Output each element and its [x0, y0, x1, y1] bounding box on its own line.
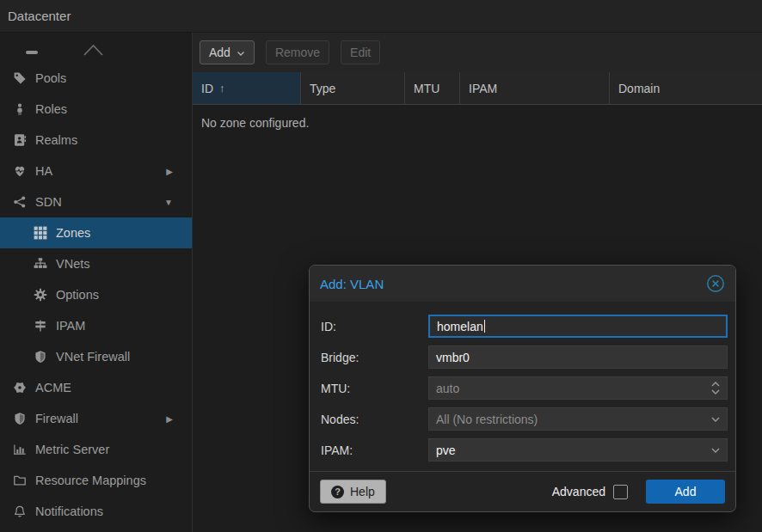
id-input[interactable]: homelan	[428, 315, 728, 338]
shield-icon	[12, 412, 27, 426]
shield-icon	[33, 350, 47, 364]
address-book-icon	[12, 133, 27, 148]
nodes-select-value: All (No restrictions)	[436, 413, 538, 426]
edit-button[interactable]: Edit	[341, 40, 380, 64]
sidebar-item-label: Resource Mappings	[35, 474, 146, 487]
column-header-type[interactable]: Type	[301, 72, 405, 104]
sidebar-item-realms[interactable]: Realms	[0, 125, 192, 156]
chevron-right-icon[interactable]: ▶	[166, 414, 173, 424]
column-header-id[interactable]: ID ↑	[193, 72, 301, 104]
tag-icon	[12, 71, 27, 86]
sidebar-item-vnet-firewall[interactable]: VNet Firewall	[0, 341, 192, 372]
sidebar-item-label: HA	[35, 164, 52, 178]
chevron-down-icon	[237, 51, 245, 57]
signpost-icon	[33, 319, 47, 333]
field-row-bridge: Bridge: vmbr0	[321, 345, 728, 369]
help-button-label: Help	[350, 485, 375, 498]
bridge-input[interactable]: vmbr0	[428, 345, 728, 369]
heartbeat-icon	[12, 164, 27, 179]
grid-icon	[33, 226, 47, 241]
user-icon	[12, 102, 27, 117]
sidebar-item-acme[interactable]: ACME	[0, 372, 192, 403]
sidebar-item-zones[interactable]: Zones	[0, 217, 192, 248]
sidebar-item-resource-mappings[interactable]: Resource Mappings	[0, 465, 192, 496]
sidebar-item-vnets[interactable]: VNets	[0, 248, 192, 279]
field-row-id: ID: homelan	[321, 315, 728, 338]
mtu-field-label: MTU:	[321, 382, 428, 395]
chevron-down-icon[interactable]	[710, 439, 721, 461]
certificate-icon	[12, 381, 27, 395]
column-header-mtu[interactable]: MTU	[405, 72, 460, 104]
bridge-field-label: Bridge:	[321, 351, 428, 364]
dialog-add-button[interactable]: Add	[646, 480, 725, 504]
bridge-input-value: vmbr0	[436, 351, 470, 364]
sidebar-item-label: Roles	[35, 102, 67, 116]
column-header-domain[interactable]: Domain	[610, 72, 762, 104]
sidebar-item-roles[interactable]: Roles	[0, 94, 192, 125]
advanced-label: Advanced	[552, 485, 605, 498]
sidebar-item-metric-server[interactable]: Metric Server	[0, 434, 192, 465]
sidebar-item-label: Firewall	[35, 412, 78, 425]
sidebar-item-firewall[interactable]: Firewall ▶	[0, 403, 192, 434]
sidebar-item-ipam[interactable]: IPAM	[0, 310, 192, 341]
sidebar-item-sdn[interactable]: SDN ▼	[0, 187, 192, 217]
toolbar: Add Remove Edit	[193, 33, 762, 72]
remove-button-label: Remove	[275, 46, 320, 59]
sidebar-item-notifications[interactable]: Notifications	[0, 496, 192, 527]
sitemap-icon	[33, 257, 47, 272]
edit-button-label: Edit	[350, 46, 371, 59]
chevron-right-icon[interactable]: ▶	[166, 167, 173, 176]
sidebar-item-label: ACME	[35, 381, 71, 394]
text-cursor	[484, 320, 485, 333]
ipam-select[interactable]: pve	[428, 438, 728, 462]
add-button[interactable]: Add	[200, 40, 255, 64]
field-row-mtu: MTU: auto	[321, 376, 728, 400]
dialog-header[interactable]: Add: VLAN	[310, 266, 735, 302]
chevron-down-icon[interactable]: ▼	[164, 198, 173, 207]
sidebar-item-label: Pools	[35, 71, 66, 85]
bell-icon	[12, 504, 27, 519]
network-nodes-icon	[12, 195, 27, 210]
close-icon[interactable]	[706, 274, 725, 293]
field-row-ipam: IPAM: pve	[321, 438, 728, 462]
help-icon: ?	[331, 486, 344, 498]
bar-chart-icon	[12, 443, 27, 457]
remove-button[interactable]: Remove	[266, 40, 329, 64]
spinner-up-down-icon[interactable]	[710, 377, 721, 399]
sidebar-item-label: SDN	[35, 195, 62, 209]
field-row-nodes: Nodes: All (No restrictions)	[321, 407, 728, 431]
gear-icon	[33, 288, 47, 303]
sidebar-item-options[interactable]: Options	[0, 279, 192, 310]
nodes-field-label: Nodes:	[321, 413, 428, 426]
chevron-down-icon[interactable]	[710, 408, 721, 430]
dialog-body: ID: homelan Bridge: vmbr0 MTU: auto Node…	[310, 302, 735, 471]
id-field-label: ID:	[321, 320, 428, 333]
table-header: ID ↑ Type MTU IPAM Domain	[193, 72, 762, 105]
help-button[interactable]: ? Help	[320, 480, 386, 504]
sidebar: Pools Roles Realms HA ▶ SDN ▼ Zones VNet…	[0, 33, 193, 532]
id-input-value: homelan	[437, 320, 483, 333]
dialog-footer: ? Help Advanced Add	[310, 471, 735, 511]
dialog-title: Add: VLAN	[320, 277, 384, 291]
ipam-select-value: pve	[436, 443, 456, 457]
column-header-ipam[interactable]: IPAM	[460, 72, 610, 104]
sort-ascending-icon: ↑	[219, 82, 225, 95]
sidebar-item-label: VNets	[56, 257, 90, 271]
page-title: Datacenter	[8, 9, 71, 23]
empty-message: No zone configured.	[193, 105, 762, 130]
nodes-select[interactable]: All (No restrictions)	[428, 407, 728, 431]
sidebar-item-label: Realms	[35, 133, 77, 147]
sidebar-item-label: VNet Firewall	[56, 350, 130, 364]
chevron-up-icon[interactable]	[83, 43, 104, 57]
sidebar-item-ha[interactable]: HA ▶	[0, 156, 192, 187]
add-button-label: Add	[209, 46, 230, 59]
folder-icon	[12, 474, 27, 488]
mtu-spinner[interactable]: auto	[428, 376, 728, 400]
mtu-input-value: auto	[436, 382, 459, 395]
sidebar-item-pools[interactable]: Pools	[0, 63, 192, 94]
sidebar-item-label: Metric Server	[35, 443, 109, 456]
ipam-field-label: IPAM:	[321, 443, 428, 457]
sidebar-item-label: Options	[56, 288, 99, 302]
sidebar-item-partial[interactable]	[0, 33, 192, 63]
advanced-checkbox[interactable]	[613, 485, 628, 499]
